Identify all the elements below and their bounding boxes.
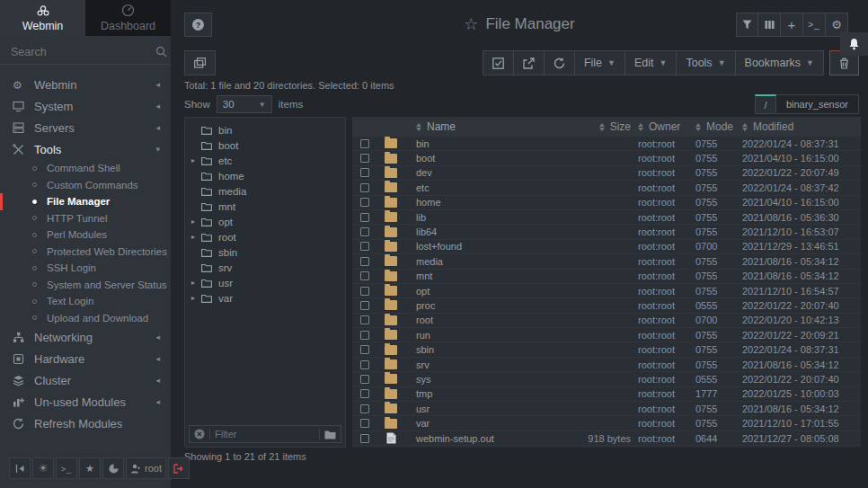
table-row[interactable]: srvroot:root07552021/08/16 - 05:34:12	[352, 358, 861, 372]
expand-caret-icon[interactable]: ▸	[185, 279, 198, 287]
row-checkbox[interactable]	[360, 389, 369, 398]
table-row[interactable]: lib64root:root07552021/12/10 - 16:53:07	[352, 225, 861, 239]
sidebar-item-protected-web-directories[interactable]: Protected Web Directories	[0, 244, 171, 261]
collapse-sidebar-button[interactable]	[9, 457, 31, 479]
sidebar-item-perl-modules[interactable]: Perl Modules	[0, 226, 171, 244]
table-row[interactable]: homeroot:root07552021/04/10 - 16:15:00	[352, 196, 861, 210]
copy-path-button[interactable]	[184, 50, 216, 75]
table-row[interactable]: mediaroot:root07552021/08/16 - 05:34:12	[352, 254, 861, 269]
sidebar-item-networking[interactable]: Networking◂	[0, 326, 171, 348]
row-checkbox[interactable]	[360, 301, 369, 310]
row-checkbox[interactable]	[360, 434, 369, 443]
shell-button[interactable]: >_	[56, 457, 77, 479]
table-row[interactable]: optroot:root07552021/12/10 - 16:54:57	[352, 284, 861, 298]
sidebar-item-custom-commands[interactable]: Custom Commands	[0, 177, 171, 194]
share-button[interactable]	[514, 50, 545, 75]
filter-button[interactable]	[736, 13, 758, 37]
sidebar-item-cluster[interactable]: Cluster◂	[0, 369, 171, 391]
row-checkbox[interactable]	[360, 360, 369, 369]
row-checkbox[interactable]	[360, 183, 369, 192]
sidebar-item-command-shell[interactable]: Command Shell	[0, 160, 171, 177]
row-checkbox[interactable]	[360, 315, 369, 324]
search-icon[interactable]	[155, 46, 167, 58]
sort-icon[interactable]	[695, 123, 701, 131]
row-checkbox[interactable]	[360, 139, 369, 148]
expand-caret-icon[interactable]: ▸	[185, 217, 198, 226]
row-checkbox[interactable]	[360, 198, 369, 207]
sidebar-item-file-manager[interactable]: File Manager	[0, 193, 171, 210]
tree-item-sbin[interactable]: sbin	[185, 244, 345, 260]
tree-item-home[interactable]: home	[185, 168, 345, 183]
tree-item-boot[interactable]: boot	[185, 138, 345, 153]
breadcrumb-root[interactable]: /	[755, 94, 776, 114]
expand-caret-icon[interactable]: ▸	[185, 233, 198, 241]
table-row[interactable]: varroot:root07552021/12/10 - 17:01:55	[352, 416, 861, 430]
table-row[interactable]: runroot:root07552022/01/22 - 20:09:21	[352, 328, 861, 342]
favorites-button[interactable]: ★	[79, 457, 101, 479]
row-checkbox[interactable]	[360, 419, 369, 428]
sort-icon[interactable]	[416, 123, 421, 131]
table-row[interactable]: sbinroot:root07552022/01/24 - 08:37:31	[352, 342, 861, 357]
tree-item-root[interactable]: ▸root	[185, 229, 345, 244]
user-button[interactable]: root	[126, 457, 166, 479]
row-checkbox[interactable]	[360, 331, 369, 340]
row-checkbox[interactable]	[360, 257, 369, 266]
sidebar-item-webmin[interactable]: ⚙Webmin◂	[0, 74, 171, 95]
column-header-mode[interactable]: Mode	[695, 120, 742, 133]
tab-webmin[interactable]: Webmin	[0, 0, 85, 36]
column-header-name[interactable]: Name	[404, 120, 564, 133]
sidebar-item-servers[interactable]: Servers◂	[0, 117, 171, 138]
clear-filter-icon[interactable]	[194, 429, 205, 439]
language-button[interactable]	[102, 457, 124, 479]
sidebar-item-refresh-modules[interactable]: Refresh Modules	[0, 413, 171, 434]
sidebar-item-tools[interactable]: Tools▾	[0, 138, 171, 160]
page-size-select[interactable]: 30 ▼	[217, 95, 272, 113]
column-header-size[interactable]: Size	[564, 120, 638, 133]
sidebar-item-ssh-login[interactable]: SSH Login	[0, 260, 171, 277]
table-row[interactable]: webmin-setup.out918 bytesroot:root064420…	[352, 431, 861, 446]
table-row[interactable]: procroot:root05552022/01/22 - 20:07:40	[352, 298, 861, 313]
sidebar-item-un-used-modules[interactable]: Un-used Modules◂	[0, 391, 171, 413]
sort-icon[interactable]	[638, 123, 643, 131]
table-row[interactable]: sysroot:root05552022/01/22 - 20:07:40	[352, 372, 861, 386]
expand-caret-icon[interactable]: ▸	[185, 294, 198, 302]
columns-button[interactable]	[758, 13, 781, 37]
sort-icon[interactable]	[599, 123, 605, 131]
refresh-button[interactable]	[545, 50, 575, 75]
table-row[interactable]: mntroot:root07552021/08/16 - 05:34:12	[352, 270, 861, 284]
logout-button[interactable]	[168, 457, 190, 479]
breadcrumb-segment[interactable]: binary_sensor	[776, 94, 859, 114]
table-row[interactable]: tmproot:root17772022/01/25 - 10:00:03	[352, 387, 861, 402]
table-row[interactable]: libroot:root07552021/08/16 - 05:36:30	[352, 210, 861, 225]
sidebar-item-http-tunnel[interactable]: HTTP Tunnel	[0, 210, 171, 227]
tree-item-bin[interactable]: bin	[185, 122, 345, 138]
sidebar-item-hardware[interactable]: Hardware◂	[0, 348, 171, 369]
notifications-button[interactable]	[840, 32, 868, 56]
row-checkbox[interactable]	[360, 168, 369, 177]
table-row[interactable]: devroot:root07552022/01/22 - 20:07:49	[352, 166, 861, 181]
row-checkbox[interactable]	[360, 345, 369, 354]
tree-item-media[interactable]: media	[185, 183, 345, 199]
select-all-button[interactable]	[483, 50, 514, 75]
row-checkbox[interactable]	[360, 271, 369, 280]
sort-icon[interactable]	[742, 123, 748, 131]
row-checkbox[interactable]	[360, 242, 369, 251]
tree-item-opt[interactable]: ▸opt	[185, 214, 345, 229]
search-input[interactable]	[11, 46, 155, 58]
row-checkbox[interactable]	[360, 227, 369, 236]
table-row[interactable]: lost+foundroot:root07002021/12/29 - 13:4…	[352, 240, 861, 254]
tree-item-etc[interactable]: ▸etc	[185, 153, 345, 168]
column-header-owner[interactable]: Owner	[638, 120, 695, 133]
table-row[interactable]: etcroot:root07552022/01/24 - 08:37:42	[352, 181, 861, 195]
column-header-modified[interactable]: Modified	[742, 120, 861, 133]
sidebar-item-upload-and-download[interactable]: Upload and Download	[0, 310, 171, 327]
tools-menu-button[interactable]: Tools▼	[677, 50, 735, 75]
sidebar-item-text-login[interactable]: Text Login	[0, 293, 171, 310]
row-checkbox[interactable]	[360, 375, 369, 384]
edit-menu-button[interactable]: Edit▼	[625, 50, 677, 75]
add-tab-button[interactable]: +	[781, 13, 803, 37]
folder-toggle-icon[interactable]	[324, 430, 336, 439]
favorite-star-icon[interactable]: ☆	[464, 14, 478, 34]
tree-item-var[interactable]: ▸var	[185, 290, 345, 306]
sidebar-item-system[interactable]: System◂	[0, 95, 171, 117]
